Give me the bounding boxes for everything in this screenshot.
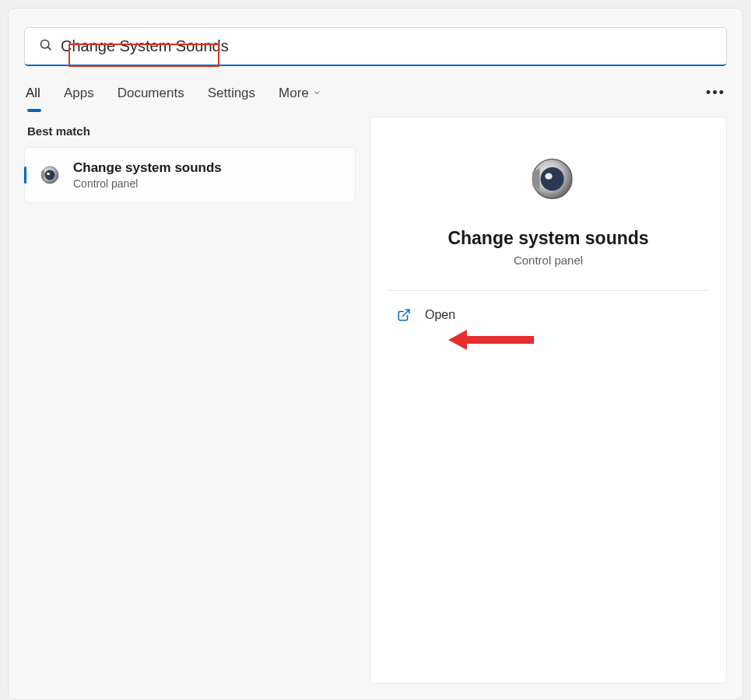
svg-point-0 — [40, 40, 49, 48]
svg-point-3 — [45, 170, 55, 180]
preview-subtitle: Control panel — [514, 254, 583, 267]
chevron-down-icon — [312, 86, 321, 101]
svg-line-8 — [403, 310, 409, 316]
content-columns: Best match — [24, 117, 727, 684]
tab-documents[interactable]: Documents — [118, 86, 184, 112]
search-input[interactable] — [61, 37, 712, 55]
result-change-system-sounds[interactable]: Change system sounds Control panel — [24, 147, 356, 203]
divider — [388, 290, 709, 291]
result-text: Change system sounds Control panel — [73, 160, 222, 190]
speaker-icon — [36, 163, 61, 187]
search-window: All Apps Documents Settings More ••• Bes… — [8, 8, 743, 700]
svg-point-6 — [540, 167, 563, 191]
tab-more[interactable]: More — [279, 86, 321, 112]
open-external-icon — [397, 308, 411, 322]
search-bar[interactable] — [24, 27, 727, 66]
tab-more-label: More — [279, 86, 309, 101]
tab-settings[interactable]: Settings — [208, 86, 255, 112]
tab-apps[interactable]: Apps — [64, 86, 94, 112]
svg-point-4 — [47, 173, 50, 176]
result-subtitle: Control panel — [73, 177, 222, 190]
svg-line-1 — [47, 47, 51, 50]
preview-title: Change system sounds — [447, 228, 648, 249]
results-column: Best match — [24, 117, 356, 684]
tab-all[interactable]: All — [26, 86, 40, 112]
preview-panel: Change system sounds Control panel Open — [370, 117, 727, 684]
tabs-row: All Apps Documents Settings More ••• — [24, 85, 727, 112]
open-action-label: Open — [425, 308, 455, 322]
overflow-menu-button[interactable]: ••• — [706, 85, 725, 112]
open-action[interactable]: Open — [392, 308, 704, 322]
section-label-best-match: Best match — [27, 124, 356, 138]
svg-point-7 — [545, 173, 552, 179]
result-title: Change system sounds — [73, 160, 222, 176]
speaker-icon-large — [520, 150, 577, 208]
search-icon — [39, 38, 53, 55]
